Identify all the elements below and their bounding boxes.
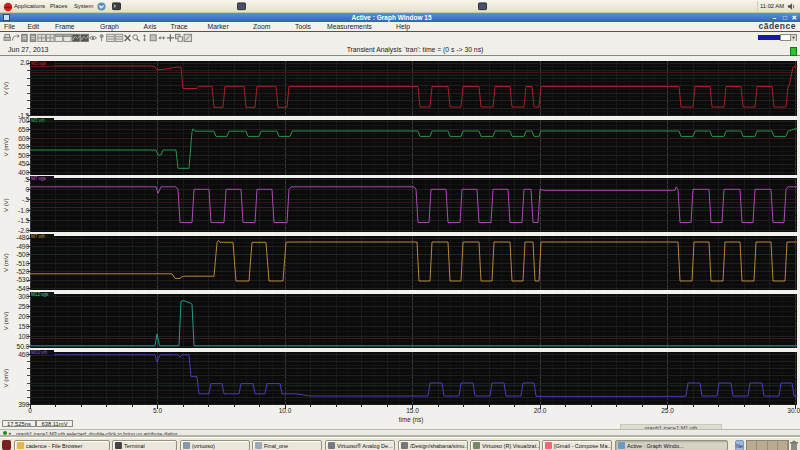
svg-text:.5: .5 xyxy=(24,176,30,183)
svg-text:700: 700 xyxy=(18,117,29,124)
svg-text:-2.0: -2.0 xyxy=(18,227,29,234)
svg-text:-490: -490 xyxy=(16,243,29,250)
svg-text:50.0: 50.0 xyxy=(17,343,30,350)
svg-text:-1.0: -1.0 xyxy=(18,207,29,214)
svg-text:2.0: 2.0 xyxy=(20,59,29,66)
svg-text:150: 150 xyxy=(18,323,29,330)
svg-text:200: 200 xyxy=(18,313,29,320)
svg-text:-1.5: -1.5 xyxy=(18,217,29,224)
svg-text:M7:vth: M7:vth xyxy=(31,234,45,239)
svg-text:-510: -510 xyxy=(16,260,29,267)
svg-text:M7:vgs: M7:vgs xyxy=(31,176,47,181)
svg-text:M12:vgs: M12:vgs xyxy=(31,292,49,297)
svg-text:V (V): V (V) xyxy=(3,82,9,96)
svg-text:-520: -520 xyxy=(16,268,29,275)
svg-text:650: 650 xyxy=(18,126,29,133)
svg-text:-530: -530 xyxy=(16,276,29,283)
svg-text:M3:vgs: M3:vgs xyxy=(31,61,47,66)
svg-text:-500: -500 xyxy=(16,251,29,258)
svg-text:V (mV): V (mV) xyxy=(3,253,9,272)
svg-text:-540: -540 xyxy=(16,285,29,292)
svg-text:-.5: -.5 xyxy=(22,196,30,203)
svg-text:460: 460 xyxy=(18,351,29,358)
svg-text:time (ns): time (ns) xyxy=(399,416,424,424)
svg-text:0: 0 xyxy=(25,186,29,193)
svg-text:600: 600 xyxy=(18,135,29,142)
svg-text:M10:vth: M10:vth xyxy=(31,350,48,355)
svg-text:V (V): V (V) xyxy=(3,198,9,212)
svg-text:500: 500 xyxy=(18,152,29,159)
svg-text:250: 250 xyxy=(18,303,29,310)
svg-text:V (mV): V (mV) xyxy=(3,138,9,157)
svg-text:300: 300 xyxy=(18,293,29,300)
svg-text:-480: -480 xyxy=(16,234,29,241)
svg-text:100: 100 xyxy=(18,333,29,340)
svg-text:V (mV): V (mV) xyxy=(3,311,9,330)
svg-text:450: 450 xyxy=(18,160,29,167)
svg-text:550: 550 xyxy=(18,143,29,150)
svg-text:V (mV): V (mV) xyxy=(3,369,9,388)
svg-text:30.0: 30.0 xyxy=(787,407,800,414)
svg-text:M3:vth: M3:vth xyxy=(31,118,45,123)
